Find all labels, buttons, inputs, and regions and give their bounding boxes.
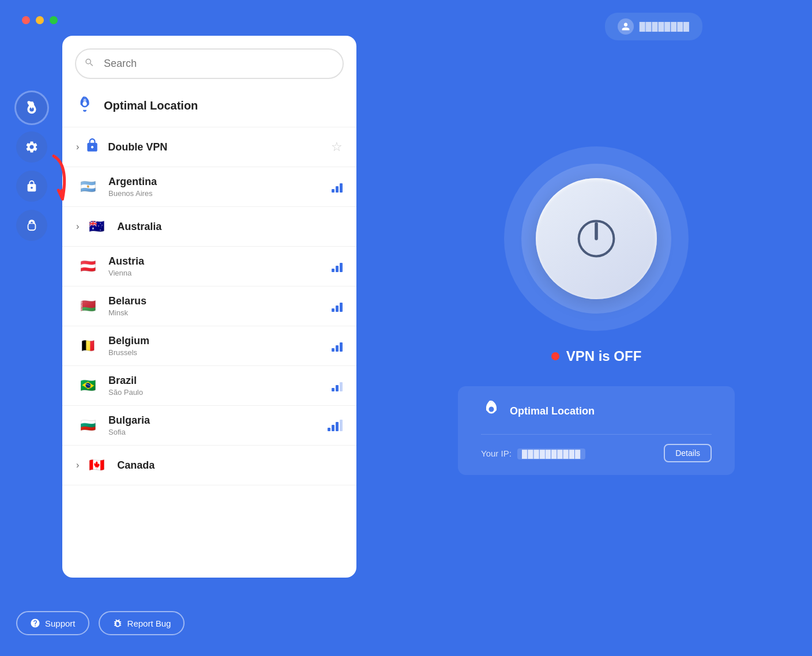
country-info: Argentina Buenos Aires <box>108 176 157 198</box>
expand-chevron: › <box>76 221 79 232</box>
optimal-location-label: Optimal Location <box>104 99 198 112</box>
country-info: Austria Vienna <box>108 255 144 277</box>
double-vpn-star-icon[interactable]: ☆ <box>331 140 343 154</box>
list-item[interactable]: › 🇦🇺 Australia <box>62 207 356 247</box>
double-vpn-label: Double VPN <box>108 141 167 153</box>
support-label: Support <box>45 619 76 628</box>
country-info: Australia <box>117 221 161 233</box>
list-item[interactable]: 🇧🇾 Belarus Minsk <box>62 286 356 326</box>
search-icon <box>84 57 95 70</box>
bottom-buttons: Support Report Bug <box>16 611 185 635</box>
country-info: Belgium Brussels <box>108 335 149 357</box>
list-item[interactable]: 🇧🇬 Bulgaria Sofia <box>62 406 356 446</box>
list-item[interactable]: 🇦🇹 Austria Vienna <box>62 247 356 286</box>
minimize-button[interactable] <box>36 16 44 24</box>
country-info: Belarus Minsk <box>108 295 146 317</box>
signal-bars <box>332 300 343 312</box>
server-panel: Optimal Location › Double VPN ☆ 🇦🇷 Argen… <box>62 36 356 578</box>
search-bar <box>75 48 344 79</box>
flag-bulgaria: 🇧🇬 <box>76 414 99 437</box>
power-middle-ring <box>521 164 671 314</box>
details-button[interactable]: Details <box>664 444 712 462</box>
status-dot <box>551 352 559 360</box>
flag-argentina: 🇦🇷 <box>76 175 99 198</box>
optimal-location-item[interactable]: Optimal Location <box>62 85 356 127</box>
signal-bars <box>332 380 343 391</box>
support-button[interactable]: Support <box>16 611 89 635</box>
server-list: Optimal Location › Double VPN ☆ 🇦🇷 Argen… <box>62 85 356 578</box>
signal-bars <box>332 340 343 352</box>
flag-belgium: 🇧🇪 <box>76 334 99 357</box>
country-info: Bulgaria Sofia <box>108 414 150 436</box>
list-item[interactable]: 🇦🇷 Argentina Buenos Aires <box>62 167 356 207</box>
power-outer-ring <box>504 146 689 331</box>
flag-austria: 🇦🇹 <box>76 255 99 278</box>
flag-australia: 🇦🇺 <box>85 215 108 238</box>
optimal-location-label: Optimal Location <box>510 405 595 417</box>
double-vpn-icon <box>85 138 100 156</box>
list-item[interactable]: 🇧🇪 Belgium Brussels <box>62 326 356 366</box>
svg-point-2 <box>84 99 87 103</box>
double-vpn-item[interactable]: › Double VPN ☆ <box>62 127 356 167</box>
vpn-status-text: VPN is OFF <box>566 348 642 364</box>
main-panel: VPN is OFF Optimal Location Your IP: ███… <box>381 0 812 656</box>
fullscreen-button[interactable] <box>50 16 58 24</box>
country-info: Brazil São Paulo <box>108 375 143 397</box>
list-item[interactable]: › 🇨🇦 Canada <box>62 446 356 485</box>
flag-belarus: 🇧🇾 <box>76 295 99 318</box>
country-info: Canada <box>117 459 155 472</box>
double-vpn-chevron: › <box>76 142 79 152</box>
optimal-rocket-icon <box>76 95 93 116</box>
optimal-rocket-icon <box>481 399 502 424</box>
signal-bars <box>328 420 343 431</box>
list-item[interactable]: 🇧🇷 Brazil São Paulo <box>62 366 356 406</box>
optimal-row: Optimal Location <box>481 399 712 435</box>
signal-bars <box>332 181 343 193</box>
search-input[interactable] <box>75 48 344 79</box>
nav-locations-button[interactable] <box>16 92 47 123</box>
traffic-lights <box>22 16 58 24</box>
ip-row: Your IP: ██████████ Details <box>481 435 712 462</box>
expand-chevron: › <box>76 460 79 470</box>
power-area: VPN is OFF Optimal Location Your IP: ███… <box>458 146 735 475</box>
ip-label: Your IP: ██████████ <box>481 448 585 458</box>
power-button[interactable] <box>536 178 657 299</box>
report-bug-button[interactable]: Report Bug <box>99 611 185 635</box>
signal-bars <box>332 261 343 272</box>
nav-block-button[interactable] <box>16 210 47 241</box>
nav-settings-button[interactable] <box>16 131 47 163</box>
vpn-status: VPN is OFF <box>551 348 642 364</box>
info-card: Optimal Location Your IP: ██████████ Det… <box>458 386 735 475</box>
flag-brazil: 🇧🇷 <box>76 374 99 397</box>
sidebar-nav <box>16 92 47 241</box>
close-button[interactable] <box>22 16 30 24</box>
report-bug-label: Report Bug <box>127 619 171 628</box>
flag-canada: 🇨🇦 <box>85 454 108 477</box>
ip-value: ██████████ <box>517 448 585 459</box>
